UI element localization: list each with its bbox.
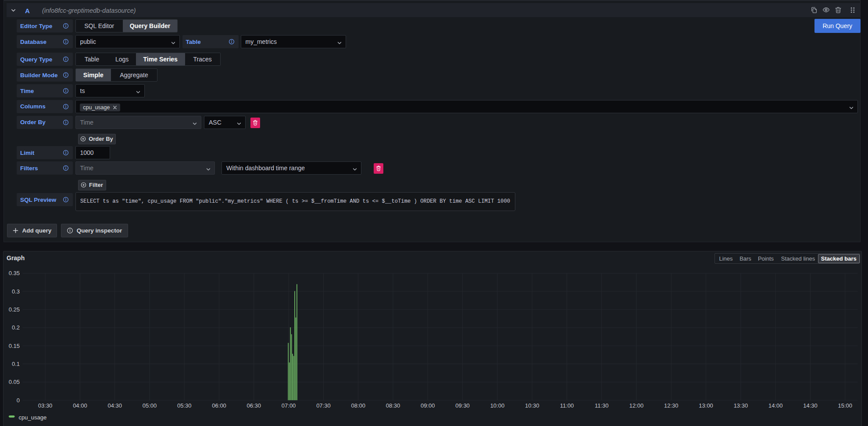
svg-text:04:00: 04:00 <box>73 402 87 409</box>
svg-text:0.35: 0.35 <box>8 270 19 276</box>
svg-text:03:30: 03:30 <box>38 402 52 409</box>
svg-text:05:30: 05:30 <box>177 402 192 409</box>
svg-text:09:00: 09:00 <box>421 402 435 409</box>
svg-text:13:30: 13:30 <box>733 402 748 409</box>
svg-text:07:30: 07:30 <box>316 402 331 409</box>
svg-text:04:30: 04:30 <box>107 402 122 409</box>
svg-text:cpu_usage: cpu_usage <box>18 414 46 421</box>
svg-text:12:00: 12:00 <box>629 402 643 409</box>
svg-text:0: 0 <box>16 397 19 403</box>
svg-text:0.05: 0.05 <box>8 379 19 385</box>
svg-text:06:30: 06:30 <box>246 402 261 409</box>
svg-text:0.2: 0.2 <box>11 324 19 331</box>
svg-text:10:30: 10:30 <box>525 402 539 409</box>
svg-text:09:30: 09:30 <box>455 402 470 409</box>
svg-text:05:00: 05:00 <box>142 402 157 409</box>
svg-text:06:00: 06:00 <box>212 402 226 409</box>
svg-text:07:00: 07:00 <box>281 402 296 409</box>
svg-text:13:00: 13:00 <box>699 402 713 409</box>
svg-text:0.25: 0.25 <box>8 306 19 313</box>
svg-text:0.1: 0.1 <box>11 361 19 367</box>
svg-text:12:30: 12:30 <box>664 402 679 409</box>
svg-text:11:30: 11:30 <box>594 402 608 409</box>
svg-text:0.15: 0.15 <box>8 342 19 349</box>
svg-text:15:00: 15:00 <box>838 402 852 409</box>
svg-text:08:30: 08:30 <box>386 402 400 409</box>
svg-text:08:00: 08:00 <box>351 402 365 409</box>
svg-text:10:00: 10:00 <box>490 402 504 409</box>
svg-text:11:00: 11:00 <box>560 402 574 409</box>
svg-text:0.3: 0.3 <box>11 288 19 294</box>
svg-text:14:30: 14:30 <box>803 402 818 409</box>
svg-text:14:00: 14:00 <box>768 402 782 409</box>
